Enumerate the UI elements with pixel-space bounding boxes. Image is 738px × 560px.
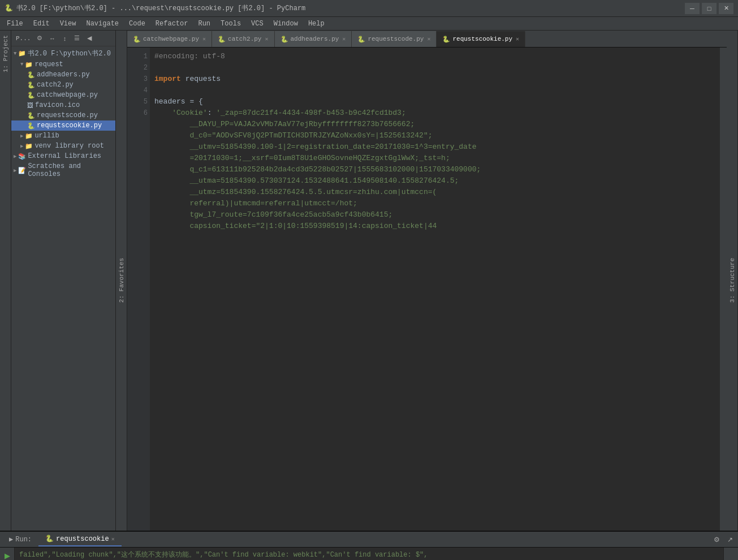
- tree-request-folder[interactable]: ▼ 📁 request: [11, 59, 115, 70]
- python-file-icon: 🐍: [27, 81, 35, 89]
- tab-close-icon[interactable]: ✕: [342, 36, 346, 42]
- editor-area: 🐍 catchwebpage.py ✕ 🐍 catch2.py ✕ 🐍 addh…: [127, 31, 727, 531]
- tab-close-icon[interactable]: ✕: [202, 36, 206, 42]
- editor-wrapper: 2: Favorites 🐍 catchwebpage.py ✕ 🐍 catch…: [116, 31, 738, 531]
- run-tab-label: requstscookie: [56, 535, 109, 543]
- tree-addheaders[interactable]: 🐍 addheaders.py: [11, 70, 115, 80]
- tabs-bar: 🐍 catchwebpage.py ✕ 🐍 catch2.py ✕ 🐍 addh…: [127, 31, 727, 48]
- run-output[interactable]: failed","Loading chunk","这个系统不支持该功能。","C…: [15, 548, 723, 560]
- python-file-icon: 🐍: [27, 122, 35, 130]
- tab-requstscookie-run[interactable]: 🐍 requstscookie ✕: [38, 532, 122, 546]
- scratches-icon: 📝: [18, 167, 26, 174]
- tree-external-libs[interactable]: ▶ 📚 External Libraries: [11, 151, 115, 161]
- tree-venv[interactable]: ▶ 📁 venv library root: [11, 141, 115, 151]
- menu-run[interactable]: Run: [193, 19, 215, 29]
- tab-addheaders[interactable]: 🐍 addheaders.py ✕: [275, 31, 352, 47]
- sync-button[interactable]: ⚙: [34, 33, 45, 44]
- python-icon: 🐍: [218, 36, 226, 43]
- python-file-icon: 🐍: [27, 92, 35, 99]
- sidebar: P... ⚙ ↔ ↕ ☰ ◀ ▼ 📁 书2.0 F:\python\书2.0 ▼…: [11, 31, 116, 531]
- tab-run-close[interactable]: ✕: [111, 536, 115, 542]
- tab-close-icon[interactable]: ✕: [427, 36, 430, 42]
- menu-code[interactable]: Code: [124, 19, 150, 29]
- left-vtab-strip: 1: Project: [0, 31, 11, 531]
- sidebar-title-label: P...: [14, 35, 33, 42]
- external-link-button[interactable]: ↗: [724, 534, 736, 545]
- run-left-bar: ▶ ↺ ⬛ ⏸ ⬇ 🗑 ✕: [0, 548, 15, 560]
- line-numbers: 1 2 3 4 5 6: [127, 48, 150, 531]
- titlebar-left: 🐍 书2.0 [F:\python\书2.0] - ...\request\re…: [5, 3, 305, 13]
- minimize-button[interactable]: ─: [685, 3, 700, 14]
- tree-favicon[interactable]: 🖼 favicon.ico: [11, 100, 115, 110]
- main-layout: 1: Project P... ⚙ ↔ ↕ ☰ ◀ ▼ 📁 书2.0 F:\py…: [0, 31, 738, 531]
- menu-vcs[interactable]: VCS: [247, 19, 268, 29]
- menu-tools[interactable]: Tools: [216, 19, 245, 29]
- python-icon: 🐍: [442, 36, 450, 43]
- menu-navigate[interactable]: Navigate: [81, 19, 123, 29]
- tree-arrow: ▼: [20, 62, 23, 67]
- sidebar-toolbar: P... ⚙ ↔ ↕ ☰ ◀: [11, 31, 115, 46]
- project-tree: ▼ 📁 书2.0 F:\python\书2.0 ▼ 📁 request 🐍 ad…: [11, 46, 115, 531]
- tree-root[interactable]: ▼ 📁 书2.0 F:\python\书2.0: [11, 48, 115, 59]
- close-button[interactable]: ✕: [719, 3, 733, 14]
- tab-label: addheaders.py: [291, 36, 339, 42]
- tree-requestscode[interactable]: 🐍 requestscode.py: [11, 110, 115, 120]
- tab-run-label[interactable]: ▶ Run:: [2, 533, 38, 546]
- menu-window[interactable]: Window: [269, 19, 303, 29]
- menu-help[interactable]: Help: [304, 19, 329, 29]
- tab-catchwebpage[interactable]: 🐍 catchwebpage.py ✕: [127, 31, 212, 47]
- favorites-bar: 2: Favorites: [116, 31, 127, 531]
- tree-catch2[interactable]: 🐍 catch2.py: [11, 80, 115, 90]
- tree-arrow: ▶: [14, 167, 16, 174]
- tree-scratches[interactable]: ▶ 📝 Scratches and Consoles: [11, 161, 115, 179]
- tab-close-icon[interactable]: ✕: [265, 36, 268, 42]
- titlebar-title: 书2.0 [F:\python\书2.0] - ...\request\requ…: [16, 3, 305, 13]
- titlebar: 🐍 书2.0 [F:\python\书2.0] - ...\request\re…: [0, 0, 738, 17]
- tree-requstscookie[interactable]: 🐍 requstscookie.py: [11, 120, 115, 131]
- hide-button[interactable]: ◀: [84, 33, 95, 44]
- structure-label[interactable]: 3: Structure: [729, 258, 736, 303]
- tab-label: catch2.py: [228, 36, 261, 42]
- expand-all-button[interactable]: ↕: [59, 33, 70, 44]
- settings-button[interactable]: ☰: [71, 33, 83, 44]
- sidebar-item-project[interactable]: 1: Project: [1, 31, 10, 77]
- editor-content: 1 2 3 4 5 6: [127, 48, 727, 531]
- app-icon: 🐍: [5, 4, 13, 12]
- editor-scrollbar[interactable]: [720, 48, 727, 531]
- tree-label: requstscookie.py: [37, 122, 102, 130]
- tree-label: addheaders.py: [37, 71, 90, 79]
- python-icon: 🐍: [280, 36, 288, 43]
- tree-arrow: ▼: [14, 51, 16, 57]
- python-file-icon: 🐍: [27, 112, 35, 119]
- menu-view[interactable]: View: [55, 19, 81, 29]
- tab-requestscode[interactable]: 🐍 requestscode.py ✕: [352, 31, 437, 47]
- collapse-all-button[interactable]: ↔: [46, 33, 58, 44]
- libs-icon: 📚: [18, 153, 26, 160]
- menu-edit[interactable]: Edit: [29, 19, 54, 29]
- maximize-button[interactable]: □: [702, 3, 717, 14]
- menu-refactor[interactable]: Refactor: [151, 19, 193, 29]
- python-file-icon: 🐍: [27, 71, 35, 79]
- menu-file[interactable]: File: [2, 19, 28, 29]
- tree-label: 书2.0 F:\python\书2.0: [28, 49, 110, 58]
- python-icon: 🐍: [133, 36, 141, 43]
- tree-catchwebpage[interactable]: 🐍 catchwebpage.py: [11, 90, 115, 100]
- run-icon: ▶: [9, 535, 13, 544]
- settings-run-button[interactable]: ⚙: [711, 534, 722, 545]
- run-button[interactable]: ▶: [2, 550, 13, 560]
- folder-icon: 📁: [25, 132, 33, 140]
- tree-arrow: ▶: [14, 153, 16, 160]
- tab-catch2[interactable]: 🐍 catch2.py ✕: [212, 31, 274, 47]
- code-editor[interactable]: #encoding: utf-8 import requests headers…: [150, 48, 720, 531]
- bottom-panel: ▶ Run: 🐍 requstscookie ✕ ⚙ ↗ ▶ ↺ ⬛ ⏸ ⬇ 🗑…: [0, 531, 738, 560]
- titlebar-controls: ─ □ ✕: [685, 3, 733, 14]
- tab-close-icon[interactable]: ✕: [516, 36, 519, 42]
- tree-label: venv library root: [34, 142, 103, 150]
- bottom-tabs-bar: ▶ Run: 🐍 requstscookie ✕ ⚙ ↗: [0, 532, 738, 548]
- folder-icon: 📁: [18, 50, 26, 57]
- ico-file-icon: 🖼: [27, 102, 33, 109]
- favorites-label[interactable]: 2: Favorites: [118, 258, 125, 303]
- tab-requstscookie[interactable]: 🐍 requstscookie.py ✕: [437, 31, 525, 47]
- tree-urllib[interactable]: ▶ 📁 urllib: [11, 131, 115, 141]
- run-right-bar: [723, 548, 738, 560]
